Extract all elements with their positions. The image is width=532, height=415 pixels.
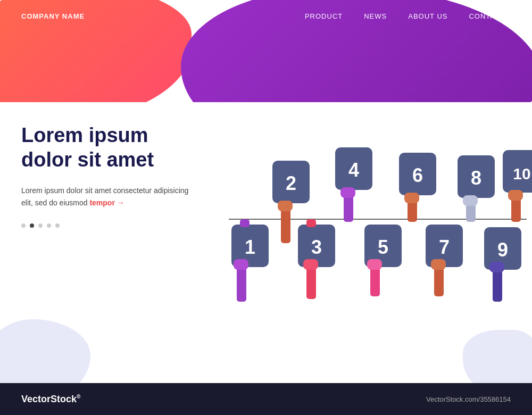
nav-links: PRODUCT NEWS ABOUT US CONTACTS: [305, 12, 511, 20]
svg-rect-25: [234, 259, 248, 270]
header: COMPANY NAME PRODUCT NEWS ABOUT US CONTA…: [0, 0, 532, 102]
svg-text:2: 2: [286, 172, 296, 194]
svg-rect-34: [367, 259, 382, 270]
dot-2[interactable]: [30, 223, 34, 228]
svg-rect-4: [278, 201, 293, 211]
company-name: COMPANY NAME: [21, 12, 85, 20]
footer: VectorStock® VectorStock.com/35586154: [0, 383, 532, 415]
svg-text:4: 4: [348, 159, 359, 181]
svg-rect-28: [306, 219, 316, 227]
svg-rect-24: [237, 264, 246, 302]
svg-rect-23: [240, 219, 250, 227]
nav-about-us[interactable]: ABOUT US: [408, 12, 447, 20]
footer-brand: VectorStock®: [21, 394, 80, 405]
hero-title: Lorem ipsum dolor sit amet: [21, 123, 192, 172]
svg-rect-12: [404, 193, 419, 203]
svg-rect-42: [489, 262, 504, 272]
svg-rect-16: [463, 195, 478, 206]
hero-body: Lorem ipsum dolor sit amet consectetur a…: [21, 185, 192, 209]
svg-rect-38: [431, 259, 446, 270]
dot-3[interactable]: [38, 223, 43, 228]
dot-4[interactable]: [47, 223, 51, 228]
header-content: COMPANY NAME PRODUCT NEWS ABOUT US CONTA…: [0, 0, 532, 32]
dot-1[interactable]: [21, 223, 26, 228]
dot-5[interactable]: [55, 223, 60, 228]
nav-contacts[interactable]: CONTACTS: [469, 12, 511, 20]
hero-highlight[interactable]: tempor →: [89, 198, 124, 207]
score-illustration: 2 4 6 8 10: [213, 102, 532, 326]
svg-text:1: 1: [245, 236, 255, 258]
svg-text:3: 3: [311, 236, 322, 258]
svg-text:9: 9: [497, 239, 508, 261]
svg-text:5: 5: [378, 236, 388, 258]
pagination-dots: [21, 223, 192, 228]
svg-text:10: 10: [513, 165, 530, 182]
footer-url: VectorStock.com/35586154: [426, 395, 511, 403]
svg-rect-8: [340, 187, 355, 198]
svg-rect-20: [508, 190, 523, 201]
main-content: Lorem ipsum dolor sit amet Lorem ipsum d…: [0, 102, 532, 383]
left-section: Lorem ipsum dolor sit amet Lorem ipsum d…: [21, 123, 192, 228]
nav-product[interactable]: PRODUCT: [305, 12, 343, 20]
svg-rect-30: [303, 259, 318, 270]
svg-text:7: 7: [439, 236, 450, 258]
nav-news[interactable]: NEWS: [364, 12, 387, 20]
svg-text:8: 8: [471, 167, 481, 189]
svg-text:6: 6: [412, 164, 423, 186]
